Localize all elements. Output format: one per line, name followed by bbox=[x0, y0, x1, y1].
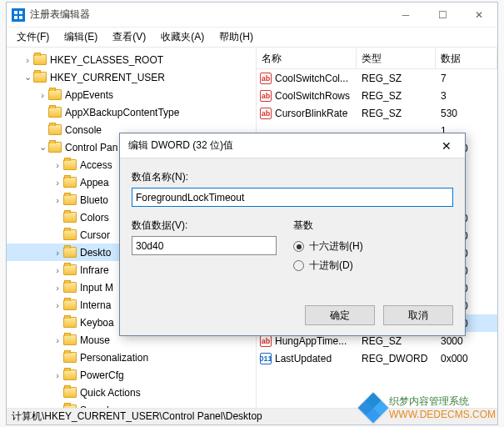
value-data: 0x000 bbox=[436, 353, 497, 364]
base-label: 基数 bbox=[293, 219, 363, 233]
folder-icon bbox=[63, 334, 77, 345]
value-type-icon: ab bbox=[260, 108, 272, 119]
list-row[interactable]: abCoolSwitchCol...REG_SZ7 bbox=[257, 69, 497, 87]
list-row[interactable]: 011LastUpdatedREG_DWORD0x000 bbox=[257, 349, 497, 367]
value-data: 7 bbox=[436, 73, 497, 84]
maximize-button[interactable]: ☐ bbox=[424, 3, 461, 27]
tree-label: PowerCfg bbox=[80, 369, 124, 381]
folder-icon bbox=[63, 229, 77, 240]
expand-icon[interactable]: › bbox=[52, 335, 63, 345]
col-name[interactable]: 名称 bbox=[257, 48, 357, 68]
tree-item[interactable]: AppXBackupContentType bbox=[7, 103, 256, 121]
folder-icon bbox=[63, 299, 77, 310]
folder-icon bbox=[48, 124, 62, 135]
value-type-icon: 011 bbox=[260, 353, 272, 364]
expand-icon[interactable]: › bbox=[22, 55, 33, 65]
titlebar: 注册表编辑器 ─ ☐ ✕ bbox=[7, 3, 497, 28]
cancel-button[interactable]: 取消 bbox=[383, 305, 453, 325]
window-title: 注册表编辑器 bbox=[30, 8, 387, 22]
folder-icon bbox=[48, 142, 62, 153]
tree-label: Blueto bbox=[80, 194, 108, 206]
expand-icon[interactable]: › bbox=[52, 178, 63, 188]
tree-label: Control Pan bbox=[65, 142, 117, 153]
tree-label: Colors bbox=[80, 212, 109, 224]
expand-icon[interactable]: › bbox=[52, 160, 63, 170]
expand-icon[interactable]: ⌄ bbox=[22, 72, 33, 83]
tree-item[interactable]: Sound bbox=[7, 401, 256, 408]
tree-item[interactable]: ⌄HKEY_CURRENT_USER bbox=[7, 68, 256, 86]
tree-label: Input M bbox=[80, 282, 113, 294]
value-type-icon: ab bbox=[260, 90, 272, 102]
value-type: REG_DWORD bbox=[357, 353, 436, 364]
value-name: CoolSwitchCol... bbox=[275, 73, 348, 84]
tree-label: Mouse bbox=[80, 334, 110, 346]
folder-icon bbox=[63, 264, 77, 275]
folder-icon bbox=[63, 159, 77, 170]
minimize-button[interactable]: ─ bbox=[387, 3, 424, 27]
tree-item[interactable]: Personalization bbox=[7, 349, 256, 366]
radio-icon bbox=[293, 260, 304, 271]
expand-icon[interactable]: › bbox=[52, 248, 63, 258]
tree-label: Appea bbox=[80, 177, 109, 188]
menu-help[interactable]: 帮助(H) bbox=[212, 28, 260, 47]
tree-item[interactable]: ›PowerCfg bbox=[7, 366, 256, 384]
expand-icon[interactable]: › bbox=[52, 195, 63, 205]
col-data[interactable]: 数据 bbox=[436, 48, 497, 68]
tree-label: AppXBackupContentType bbox=[65, 107, 179, 118]
value-type-icon: ab bbox=[260, 335, 272, 347]
expand-icon[interactable]: › bbox=[52, 265, 63, 275]
list-header: 名称 类型 数据 bbox=[257, 48, 497, 69]
value-data-input[interactable] bbox=[132, 236, 277, 255]
menu-file[interactable]: 文件(F) bbox=[10, 28, 56, 47]
value-name: CursorBlinkRate bbox=[275, 108, 347, 119]
tree-label: Access bbox=[80, 159, 112, 171]
menu-favorites[interactable]: 收藏夹(A) bbox=[154, 28, 211, 47]
value-data: 530 bbox=[436, 108, 497, 119]
close-button[interactable]: ✕ bbox=[461, 3, 497, 27]
folder-icon bbox=[63, 194, 77, 205]
expand-icon[interactable]: › bbox=[52, 300, 63, 310]
value-type: REG_SZ bbox=[357, 108, 436, 119]
menu-edit[interactable]: 编辑(E) bbox=[57, 28, 104, 47]
tree-label: AppEvents bbox=[65, 89, 113, 101]
folder-icon bbox=[63, 177, 77, 188]
dialog-close-button[interactable]: ✕ bbox=[428, 139, 465, 153]
tree-item[interactable]: ›HKEY_CLASSES_ROOT bbox=[7, 51, 256, 68]
tree-item[interactable]: Quick Actions bbox=[7, 384, 256, 401]
folder-icon bbox=[63, 369, 77, 380]
value-name-label: 数值名称(N): bbox=[132, 170, 453, 184]
value-data: 3 bbox=[436, 90, 497, 102]
value-name: LastUpdated bbox=[275, 353, 332, 364]
expand-icon[interactable]: › bbox=[52, 370, 63, 380]
menu-view[interactable]: 查看(V) bbox=[106, 28, 152, 47]
value-type-icon: ab bbox=[260, 73, 272, 84]
tree-label: HKEY_CURRENT_USER bbox=[50, 72, 165, 83]
menubar: 文件(F) 编辑(E) 查看(V) 收藏夹(A) 帮助(H) bbox=[7, 28, 497, 48]
tree-label: Cursor bbox=[80, 229, 110, 241]
value-data: 3000 bbox=[436, 335, 497, 347]
radix-hex-option[interactable]: 十六进制(H) bbox=[293, 239, 363, 254]
value-type: REG_SZ bbox=[357, 73, 436, 84]
ok-button[interactable]: 确定 bbox=[305, 305, 375, 325]
tree-label: Quick Actions bbox=[80, 387, 141, 399]
folder-icon bbox=[63, 212, 77, 223]
radix-dec-option[interactable]: 十进制(D) bbox=[293, 259, 363, 273]
value-name: CoolSwitchRows bbox=[275, 90, 350, 102]
list-row[interactable]: abCoolSwitchRowsREG_SZ3 bbox=[257, 87, 497, 104]
expand-icon[interactable]: › bbox=[52, 283, 63, 293]
list-row[interactable]: abCursorBlinkRateREG_SZ530 bbox=[257, 104, 497, 122]
value-type: REG_SZ bbox=[357, 335, 436, 347]
expand-icon[interactable]: › bbox=[37, 90, 48, 100]
dialog-title: 编辑 DWORD (32 位)值 bbox=[128, 138, 428, 153]
watermark-logo-icon bbox=[358, 392, 389, 423]
tree-label: Console bbox=[65, 124, 102, 136]
folder-icon bbox=[48, 89, 62, 100]
tree-item[interactable]: ›AppEvents bbox=[7, 86, 256, 103]
value-name-input[interactable] bbox=[132, 188, 453, 207]
folder-icon bbox=[63, 352, 77, 363]
folder-icon bbox=[33, 72, 47, 83]
expand-icon[interactable]: ⌄ bbox=[37, 142, 48, 153]
tree-label: Keyboa bbox=[80, 317, 114, 329]
edit-dword-dialog: 编辑 DWORD (32 位)值 ✕ 数值名称(N): 数值数据(V): 基数 … bbox=[119, 133, 466, 336]
col-type[interactable]: 类型 bbox=[357, 48, 436, 68]
